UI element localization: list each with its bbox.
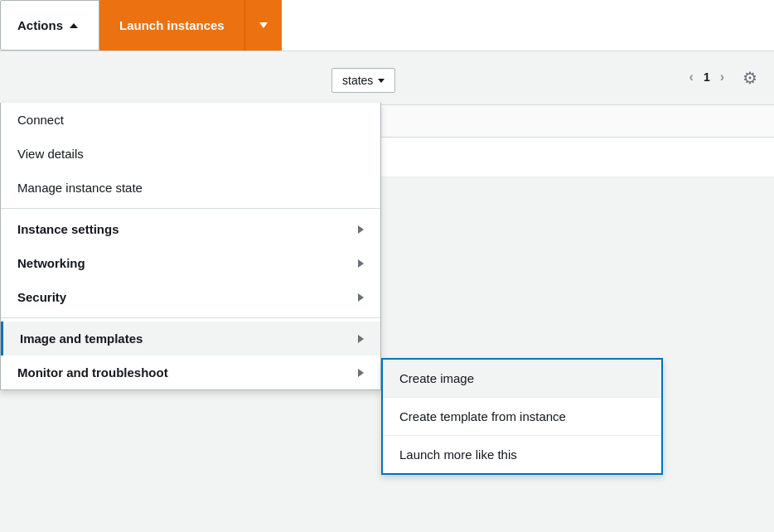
current-page: 1 (704, 70, 710, 84)
actions-arrow-icon (70, 23, 78, 28)
launch-instances-main[interactable]: Launch instances (99, 0, 245, 51)
submenu-item-create-image[interactable]: Create image (383, 360, 661, 397)
launch-instances-label: Launch instances (119, 18, 225, 32)
menu-item-security-label: Security (17, 290, 66, 304)
submenu-item-create-template[interactable]: Create template from instance (383, 398, 661, 435)
settings-icon[interactable]: ⚙ (743, 68, 757, 88)
states-dropdown[interactable]: states (331, 68, 395, 93)
menu-divider-2 (1, 317, 380, 318)
menu-item-manage-label: Manage instance state (17, 181, 143, 195)
prev-page-button[interactable]: ‹ (689, 70, 694, 85)
menu-item-networking[interactable]: Networking (1, 246, 380, 280)
menu-item-monitor-troubleshoot[interactable]: Monitor and troubleshoot (1, 355, 380, 389)
states-arrow-icon (378, 79, 385, 83)
chevron-right-icon (358, 293, 364, 302)
submenu-item-launch-more[interactable]: Launch more like this (383, 436, 661, 473)
menu-item-manage-instance-state[interactable]: Manage instance state (1, 171, 380, 205)
menu-item-connect-label: Connect (17, 113, 64, 127)
actions-button[interactable]: Actions (0, 0, 99, 51)
chevron-right-icon (358, 259, 364, 268)
next-page-button[interactable]: › (720, 70, 724, 85)
menu-item-instance-settings[interactable]: Instance settings (1, 212, 380, 246)
menu-item-instance-settings-label: Instance settings (17, 222, 119, 236)
launch-instances-button[interactable]: Launch instances (99, 0, 282, 51)
menu-item-connect[interactable]: Connect (1, 103, 380, 137)
states-label: states (342, 74, 373, 87)
actions-dropdown-menu: Connect View details Manage instance sta… (0, 103, 381, 390)
top-bar: Actions Launch instances (0, 0, 774, 51)
content-area: states ‹ 1 › ⚙ Instance type Statu t3.la… (0, 51, 774, 532)
menu-divider-1 (1, 208, 380, 209)
menu-item-networking-label: Networking (17, 256, 85, 270)
menu-item-security[interactable]: Security (1, 280, 380, 314)
chevron-right-icon (358, 335, 364, 343)
menu-item-monitor-label: Monitor and troubleshoot (17, 365, 168, 380)
launch-more-label: Launch more like this (399, 447, 517, 462)
chevron-right-icon (358, 369, 364, 377)
image-templates-submenu: Create image Create template from instan… (381, 358, 663, 475)
create-image-label: Create image (399, 371, 474, 385)
menu-item-image-templates-label: Image and templates (20, 331, 143, 346)
chevron-right-icon (358, 225, 364, 234)
create-template-label: Create template from instance (399, 409, 566, 423)
launch-dropdown-chevron-icon (259, 22, 268, 28)
menu-item-view-details-label: View details (17, 147, 84, 161)
menu-item-image-and-templates[interactable]: Image and templates (1, 322, 380, 355)
launch-instances-dropdown-arrow[interactable] (245, 0, 282, 51)
actions-label: Actions (17, 18, 63, 32)
menu-item-view-details[interactable]: View details (1, 137, 380, 171)
pagination: ‹ 1 › (689, 70, 724, 85)
